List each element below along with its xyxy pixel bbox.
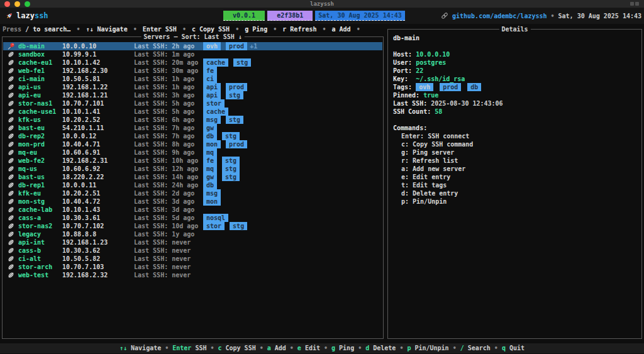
server-row[interactable]: api-int192.168.1.23Last SSH: never xyxy=(3,238,382,246)
server-last-ssh: Last SSH: 2h ago xyxy=(134,42,194,50)
server-row[interactable]: kfk-eu10.20.2.51Last SSH: 2d agomsg xyxy=(3,189,382,197)
command-hint: a: Add new server xyxy=(393,165,638,173)
tag-badge: ci xyxy=(203,75,217,83)
github-repo-link[interactable]: github.com/adembc/lazyssh xyxy=(452,12,547,20)
server-ip: 10.0.0.12 xyxy=(62,132,96,140)
server-row[interactable]: cache-eu110.10.1.42Last SSH: 20m agocach… xyxy=(3,58,382,67)
header-datetime: Sat, 30 Aug 2025 14:43 xyxy=(558,12,641,20)
server-row[interactable]: ci-main10.50.5.81Last SSH: 1h agoci xyxy=(3,75,382,83)
detail-field-label: User: xyxy=(393,59,416,66)
server-name: web-test xyxy=(18,271,48,279)
server-last-ssh: Last SSH: 7h ago xyxy=(134,124,194,132)
server-ip: 10.88.8.8 xyxy=(62,230,96,238)
server-last-ssh: Last SSH: 2d ago xyxy=(134,189,194,197)
detail-field: Tags: ovhproddb xyxy=(393,83,638,91)
server-tags: stor xyxy=(203,99,380,108)
server-last-ssh: Last SSH: 12h ago xyxy=(134,165,198,173)
server-row[interactable]: sandbox10.99.9.1Last SSH: 1m ago xyxy=(3,50,382,58)
detail-tags: ovhproddb xyxy=(416,83,481,91)
statusbar-key: / xyxy=(460,345,468,351)
server-row[interactable]: cache-lab10.10.1.43Last SSH: 3d ago xyxy=(3,206,382,214)
server-name: mq-us xyxy=(18,165,37,173)
server-row[interactable]: cass-b10.30.3.62Last SSH: never xyxy=(3,246,382,255)
tag-overflow-count: +1 xyxy=(250,42,257,50)
server-ip: 10.40.4.71 xyxy=(62,140,100,148)
tag-badge: prod xyxy=(226,140,247,148)
server-row[interactable]: web-test192.168.2.32Last SSH: never xyxy=(3,271,382,279)
server-name: ci-main xyxy=(18,75,45,83)
statusbar-label: Pin/Unpin xyxy=(414,345,448,351)
server-row[interactable]: cass-a10.30.3.61Last SSH: 5d agonosql xyxy=(3,214,382,222)
server-row[interactable]: db-main10.0.0.10Last SSH: 2h agoovhprod+… xyxy=(3,42,382,50)
statusbar-key: d xyxy=(365,345,373,351)
server-row[interactable]: ci-alt10.50.5.82Last SSH: never xyxy=(3,255,382,263)
server-last-ssh: Last SSH: 24h ago xyxy=(134,181,198,189)
hint-item: r Refresh xyxy=(282,26,316,33)
server-row[interactable]: mq-eu10.60.6.91Last SSH: 9h agomq xyxy=(3,148,382,157)
server-row[interactable]: cache-use110.10.1.41Last SSH: 5h agocach… xyxy=(3,108,382,116)
server-name: web-fe1 xyxy=(18,67,45,75)
tag-badge: ovh xyxy=(416,83,433,91)
shell-icon xyxy=(7,148,15,157)
command-hint: r: Refresh list xyxy=(393,157,638,165)
server-ip: 192.168.2.32 xyxy=(62,271,108,279)
server-last-ssh: Last SSH: 10h ago xyxy=(134,157,198,165)
command-hint: Enter: SSH connect xyxy=(393,132,638,140)
server-name: bast-eu xyxy=(18,124,45,132)
server-last-ssh: Last SSH: 1h ago xyxy=(134,83,194,91)
server-last-ssh: Last SSH: 6h ago xyxy=(134,116,194,124)
server-row[interactable]: db-rep110.0.0.11Last SSH: 24h agodb xyxy=(3,181,382,189)
detail-field: Pinned: true xyxy=(393,91,638,99)
statusbar-label: Quit xyxy=(509,345,525,351)
detail-field-value: 10.0.0.10 xyxy=(416,51,450,58)
detail-field-label: SSH Count: xyxy=(393,108,435,115)
detail-field-value: 22 xyxy=(416,67,423,74)
hint-item: Enter SSH xyxy=(143,26,177,33)
server-tags: cache xyxy=(203,108,380,116)
server-ip: 10.20.2.51 xyxy=(62,189,100,197)
macos-titlebar: lazyssh xyxy=(0,0,644,8)
shell-icon xyxy=(7,91,15,99)
server-tags: gw xyxy=(203,124,380,132)
statusbar-label: Copy SSH xyxy=(226,345,256,351)
statusbar-label: Search xyxy=(468,345,491,351)
server-row[interactable]: legacy10.88.8.8Last SSH: 1y ago xyxy=(3,230,382,238)
server-tags: ci xyxy=(203,75,380,83)
server-row[interactable]: mon-stg10.40.4.72Last SSH: 3d agomon xyxy=(3,197,382,206)
server-row[interactable]: db-rep210.0.0.12Last SSH: 7h agodbstg xyxy=(3,132,382,140)
server-row[interactable]: api-us192.168.1.22Last SSH: 1h agoapipro… xyxy=(3,83,382,91)
tag-badge: stor xyxy=(203,222,225,230)
server-row[interactable]: web-fe2192.168.2.31Last SSH: 10h agofest… xyxy=(3,157,382,165)
server-name: sandbox xyxy=(18,50,45,58)
shell-icon xyxy=(7,67,15,75)
server-row[interactable]: mq-us10.60.6.92Last SSH: 12h agomqstg xyxy=(3,165,382,173)
server-row[interactable]: bast-us18.220.2.22Last SSH: 14h agogwstg xyxy=(3,173,382,181)
server-row[interactable]: stor-nas110.70.7.101Last SSH: 5h agostor xyxy=(3,99,382,108)
server-row[interactable]: kfk-us10.20.2.52Last SSH: 6h agomsgstg xyxy=(3,116,382,124)
statusbar-label: Edit xyxy=(305,345,320,351)
server-row[interactable]: mon-prd10.40.4.71Last SSH: 8h agomonprod xyxy=(3,140,382,148)
server-name: db-rep2 xyxy=(18,132,45,140)
server-tags: festg xyxy=(203,157,380,165)
server-row[interactable]: stor-arch10.70.7.103Last SSH: never xyxy=(3,263,382,271)
shell-icon xyxy=(7,238,15,246)
tag-badge: prod xyxy=(226,42,247,50)
server-name: stor-arch xyxy=(18,263,52,271)
server-tags: apiprod xyxy=(203,83,380,91)
server-row[interactable]: bast-eu54.210.1.11Last SSH: 7h agogw xyxy=(3,124,382,132)
server-name: mon-stg xyxy=(18,197,45,206)
tag-badge: gw xyxy=(203,173,217,181)
server-last-ssh: Last SSH: never xyxy=(134,271,191,279)
server-row[interactable]: stor-nas210.70.7.102Last SSH: 10d agosto… xyxy=(3,222,382,230)
tag-badge: db xyxy=(467,83,481,91)
server-tags: monprod xyxy=(203,140,380,148)
shell-icon xyxy=(7,230,15,238)
server-ip: 10.50.5.81 xyxy=(62,75,100,83)
server-tags: fe xyxy=(203,67,380,75)
server-ip: 10.10.1.41 xyxy=(62,108,100,116)
server-tags: mon xyxy=(203,197,380,206)
server-row[interactable]: web-fe1192.168.2.30Last SSH: 30m agofe xyxy=(3,67,382,75)
server-list: db-main10.0.0.10Last SSH: 2h agoovhprod+… xyxy=(3,42,382,279)
server-row[interactable]: api-eu192.168.1.21Last SSH: 3h agoapistg xyxy=(3,91,382,99)
server-tags: msgstg xyxy=(203,116,380,124)
